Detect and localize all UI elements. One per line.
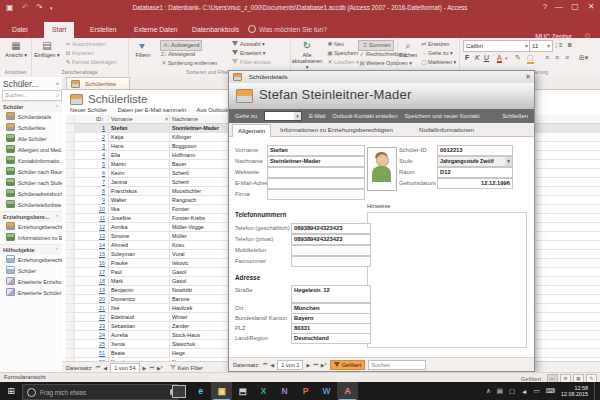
- row-selector[interactable]: [66, 142, 75, 150]
- align-right-icon[interactable]: ≡: [565, 54, 569, 61]
- new-record-button[interactable]: ✱Neu: [326, 40, 344, 49]
- sort-descending-button[interactable]: Z↓Absteigend: [160, 50, 195, 59]
- nav-item-sch-lerliste[interactable]: Schülerliste: [0, 123, 62, 134]
- nav-search-input[interactable]: Suchen...⌕: [2, 90, 62, 101]
- cell[interactable]: 8: [75, 187, 109, 195]
- cell[interactable]: Ella: [109, 151, 170, 159]
- cell[interactable]: Ahmed: [109, 241, 170, 249]
- task-view-button[interactable]: [172, 385, 186, 398]
- cell[interactable]: 2: [75, 133, 109, 141]
- row-selector[interactable]: [66, 268, 75, 276]
- cell[interactable]: Suleyman: [109, 250, 170, 258]
- word-taskbar-icon[interactable]: W: [316, 382, 337, 400]
- cell[interactable]: Ilse: [109, 304, 170, 312]
- row-selector[interactable]: [66, 286, 75, 294]
- cell[interactable]: 18: [75, 277, 109, 285]
- maximize-button[interactable]: ▢: [568, 2, 582, 11]
- select-button[interactable]: ▢Markieren ▾: [420, 58, 456, 67]
- cell[interactable]: 10: [75, 205, 109, 213]
- previous-record-button[interactable]: ◀: [270, 362, 274, 368]
- underline-button[interactable]: U: [484, 54, 489, 61]
- row-selector[interactable]: [66, 169, 75, 177]
- cell[interactable]: Paul: [109, 268, 170, 276]
- align-left-icon[interactable]: ≡: [545, 54, 549, 61]
- nav-item-erziehungsberechti-[interactable]: Erziehungsberechti...: [0, 255, 62, 266]
- nav-group-header[interactable]: Erziehungsbere...⌃: [0, 211, 62, 222]
- record-position[interactable]: 1 von 1: [277, 360, 303, 370]
- cell[interactable]: 12: [75, 223, 109, 231]
- cell[interactable]: 3: [75, 142, 109, 150]
- replace-button[interactable]: ⇄Ersetzen: [420, 40, 449, 49]
- start-button[interactable]: ⊞: [0, 382, 22, 400]
- explorer-taskbar-icon[interactable]: ▣: [211, 382, 232, 400]
- font-size-combo[interactable]: 11▾: [529, 40, 553, 52]
- toggle-filter-button[interactable]: Filter ein/aus: [232, 58, 271, 67]
- cell[interactable]: Mark: [109, 277, 170, 285]
- nav-item-sch-lertelefonliste[interactable]: Schülertelefonliste: [0, 200, 62, 211]
- cell[interactable]: Sebastian: [109, 322, 170, 330]
- nachname-field[interactable]: Steinleitner-Mader: [267, 156, 365, 167]
- save-and-new-link[interactable]: Speichern und neuer Kontakt: [404, 113, 479, 119]
- edge-taskbar-icon[interactable]: e: [190, 382, 211, 400]
- goto-button[interactable]: →Gehe zu ▾: [420, 49, 453, 58]
- cell[interactable]: 19: [75, 286, 109, 294]
- delete-record-button[interactable]: ✕Löschen ▾: [326, 58, 359, 67]
- cell[interactable]: Benjamin: [109, 286, 170, 294]
- selection-filter-button[interactable]: Auswahl ▾: [232, 40, 265, 49]
- tab-externe-daten[interactable]: Externe Daten: [126, 22, 185, 38]
- filtered-indicator[interactable]: Gefiltert: [330, 360, 366, 370]
- fill-color-button[interactable]: ▢: [527, 54, 534, 64]
- minimize-button[interactable]: —: [552, 2, 566, 11]
- tab-notfallinformationen[interactable]: Notfallinformationen: [414, 124, 479, 136]
- cell[interactable]: 16: [75, 259, 109, 267]
- nav-item-sch-ler-nach-stufe[interactable]: Schüler nach Stufe: [0, 178, 62, 189]
- cell[interactable]: 5: [75, 160, 109, 168]
- cell[interactable]: Hans: [109, 142, 170, 150]
- cell[interactable]: Annika: [109, 223, 170, 231]
- taskbar-clock[interactable]: 12:5812.08.2015: [561, 385, 588, 397]
- cell[interactable]: 9: [75, 196, 109, 204]
- cell[interactable]: 15: [75, 250, 109, 258]
- cell[interactable]: Xenia: [109, 340, 170, 348]
- italic-button[interactable]: K: [475, 54, 480, 61]
- cell[interactable]: 7: [75, 178, 109, 186]
- cell[interactable]: 4: [75, 151, 109, 159]
- paste-button[interactable]: ▤Einfügen ▾: [32, 40, 62, 58]
- nav-item-sch-leradressbuch[interactable]: Schüleradressbuch: [0, 189, 62, 200]
- tell-me-box[interactable]: Was möchten Sie tun?: [248, 22, 327, 38]
- cell[interactable]: Josefine: [109, 214, 170, 222]
- row-selector[interactable]: [66, 295, 75, 303]
- telefon-privat-field[interactable]: 089389424323423: [291, 234, 371, 245]
- tray-keyboard-icon[interactable]: ⌨: [546, 387, 555, 395]
- last-record-button[interactable]: ⏭: [313, 361, 318, 368]
- cell[interactable]: Martin: [109, 160, 170, 168]
- nav-item-sch-ler[interactable]: Schüler: [0, 266, 62, 277]
- last-record-button[interactable]: ⏭: [149, 364, 154, 371]
- row-selector[interactable]: [66, 205, 75, 213]
- vorname-field[interactable]: Stefan: [267, 145, 365, 156]
- cell[interactable]: 25: [75, 340, 109, 348]
- cell[interactable]: Janina: [109, 178, 170, 186]
- tab-erziehungsberechtigte[interactable]: Informationen zu Erziehungsberechtigten: [275, 124, 398, 136]
- gridlines-icon[interactable]: ⊞▾: [579, 54, 588, 62]
- webseite-field[interactable]: [267, 167, 365, 178]
- format-painter-button[interactable]: ✎Format übertragen: [64, 58, 117, 67]
- cell[interactable]: 24: [75, 331, 109, 339]
- create-outlook-contact-link[interactable]: Outlook-Kontakt erstellen: [332, 113, 397, 119]
- cell[interactable]: Walter: [109, 196, 170, 204]
- numbering-icon[interactable]: ≣: [567, 41, 572, 48]
- tab-datei[interactable]: Datei: [4, 22, 36, 38]
- tray-notification-icon[interactable]: ▭: [533, 387, 539, 395]
- tray-monitor-icon[interactable]: ▢: [509, 387, 515, 395]
- cell[interactable]: Stefan: [109, 124, 170, 132]
- row-selector[interactable]: [66, 313, 75, 321]
- cell[interactable]: Franziskus: [109, 187, 170, 195]
- highlight-button[interactable]: ✎: [515, 54, 521, 62]
- nav-item-erweiterte-erziehu-[interactable]: Erweiterte Erziehu...: [0, 277, 62, 288]
- collect-data-email-link[interactable]: Daten per E-Mail sammeln: [118, 107, 187, 113]
- nav-item-kontaktinformatio-[interactable]: Kontaktinformatio...: [0, 156, 62, 167]
- nav-item-erziehungsberechti-[interactable]: Erziehungsberechti...: [0, 222, 62, 233]
- close-button[interactable]: ✕: [584, 2, 598, 11]
- mobiltelefon-field[interactable]: [291, 245, 371, 256]
- student-photo[interactable]: [367, 147, 397, 191]
